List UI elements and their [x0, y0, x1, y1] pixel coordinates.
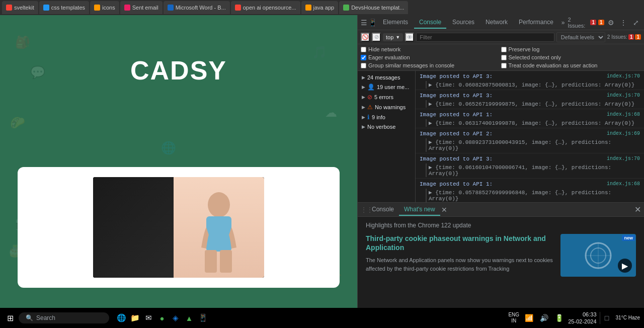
- taskbar-search[interactable]: 🔍 Search: [19, 312, 109, 323]
- console-msg-link-3[interactable]: index.js:69: [607, 130, 640, 138]
- article-text: Third-party cookie phaseout warnings in …: [366, 234, 554, 277]
- drawer-tab-whats-new[interactable]: What's new: [399, 204, 440, 216]
- tab-sent-email[interactable]: Sent email: [120, 1, 163, 14]
- warn-badge[interactable]: 1: [598, 20, 604, 25]
- filter-toggle-btn[interactable]: ⊘: [372, 33, 381, 42]
- sidebar-item-all-messages[interactable]: ▶ 24 messages: [358, 73, 415, 82]
- preserve-log-checkbox[interactable]: [501, 47, 507, 52]
- console-message-group-3: Image posted to API 2: index.js:69 ▶ {ti…: [416, 128, 644, 153]
- more-options-btn[interactable]: ⋮: [618, 17, 628, 28]
- tab-network[interactable]: Network: [480, 17, 513, 29]
- selected-context-checkbox[interactable]: [501, 55, 507, 60]
- drawer-tab-console[interactable]: Console: [367, 204, 399, 216]
- console-message-header-3: Image posted to API 2: index.js:69: [420, 129, 640, 138]
- hide-network-checkbox[interactable]: [361, 47, 366, 52]
- console-msg-detail-2[interactable]: ▶ {time: 0.063174001999878, image: {…}, …: [426, 119, 640, 127]
- taskbar-vscode-icon[interactable]: ◈: [170, 312, 182, 324]
- tab-icons[interactable]: icons: [90, 1, 119, 14]
- console-msg-detail-1[interactable]: ▶ {time: 0.065267199999875, image: {…}, …: [426, 100, 640, 108]
- start-button[interactable]: ⊞: [4, 313, 17, 323]
- tab-performance[interactable]: Performance: [514, 17, 558, 29]
- treat-code-checkbox[interactable]: [501, 63, 507, 68]
- main-area: 🎒 💬 🌮 👁 📷 🎵 ☁ 🎭 🎂 🏠 🌐 CADSY: [0, 15, 644, 308]
- device-toolbar-btn[interactable]: 📱: [368, 17, 377, 28]
- sidebar-item-warnings[interactable]: ▶ ⚠ No warnings: [358, 102, 415, 112]
- tab-icon-openai: [235, 5, 241, 11]
- console-messages-panel[interactable]: Image posted to API 3: index.js:70 ▶ {ti…: [416, 71, 644, 202]
- log-level-select[interactable]: Default levels: [556, 32, 605, 42]
- tab-word[interactable]: Microsoft Word - B...: [164, 1, 230, 14]
- sidebar-item-verbose[interactable]: ▶ No verbose: [358, 122, 415, 131]
- console-msg-link-1[interactable]: index.js:70: [607, 92, 640, 100]
- settings-btn[interactable]: ⚙: [606, 17, 616, 28]
- sidebar-item-errors[interactable]: ▶ ⊘ 5 errors: [358, 92, 415, 102]
- tab-elements[interactable]: Elements: [378, 17, 413, 29]
- taskbar-android-icon[interactable]: ▲: [183, 312, 195, 324]
- eye-icon-btn[interactable]: 👁: [405, 33, 414, 42]
- taskbar-whatsapp-icon[interactable]: 📱: [197, 312, 209, 324]
- play-button-icon[interactable]: ▶: [618, 259, 632, 273]
- error-badge[interactable]: 1: [590, 20, 596, 25]
- show-desktop-btn[interactable]: □: [600, 312, 612, 324]
- console-msg-detail-3[interactable]: ▶ {time: 0.088923731000043915, image: {……: [426, 138, 640, 152]
- eager-evaluation-checkbox[interactable]: [361, 55, 366, 60]
- console-filter-input[interactable]: [416, 33, 554, 42]
- speaker-icon[interactable]: 🔊: [538, 312, 550, 324]
- taskbar-mail-icon[interactable]: ✉: [142, 312, 154, 324]
- sidebar-item-info[interactable]: ▶ ℹ 9 info: [358, 112, 415, 122]
- taskbar-edge-icon[interactable]: 🌐: [115, 312, 127, 324]
- context-selector[interactable]: top ▼: [383, 33, 403, 41]
- tab-sources[interactable]: Sources: [447, 17, 479, 29]
- arrow-icon-verbose: ▶: [362, 124, 365, 129]
- tab-java[interactable]: java app: [301, 1, 339, 14]
- console-message-group-5: Image posted to API 1: index.js:68 ▶ {ti…: [416, 179, 644, 202]
- taskbar-chrome-icon[interactable]: ●: [156, 312, 168, 324]
- user-msg-icon: 👤: [367, 84, 375, 91]
- svg-rect-1: [206, 216, 231, 252]
- group-similar-checkbox[interactable]: [361, 63, 366, 68]
- drawer-drag-handle[interactable]: ⋮⋮: [361, 205, 365, 215]
- tab-label-devhouse: DevsHouse templat...: [351, 5, 404, 11]
- issues-count-badge: 2 Issues: 1 1: [607, 34, 641, 40]
- weather-temp: 31°C Haze: [616, 314, 640, 321]
- tab-sveltekit[interactable]: sveltekit: [2, 1, 38, 14]
- sidebar-item-user-messages[interactable]: ▶ 👤 19 user me...: [358, 82, 415, 92]
- close-drawer-btn[interactable]: ✕: [634, 205, 641, 214]
- tab-devhouse[interactable]: DevsHouse templat...: [339, 1, 408, 14]
- errors-count: 5 errors: [374, 94, 393, 100]
- console-message-group-0: Image posted to API 3: index.js:70 ▶ {ti…: [416, 71, 644, 90]
- undock-btn[interactable]: ⤢: [631, 17, 641, 28]
- svg-rect-3: [220, 250, 232, 273]
- taskbar-explorer-icon[interactable]: 📁: [129, 312, 141, 324]
- tab-icon-email: [124, 5, 130, 11]
- clock-time: 06:33: [568, 311, 596, 318]
- drawer-tabs-bar: ⋮⋮ Console What's new ✕ ✕: [358, 203, 644, 217]
- issues-text: 2 Issues:: [607, 34, 627, 40]
- article-thumbnail[interactable]: ▶ new: [560, 234, 636, 277]
- issues-label: 2 Issues:: [568, 17, 589, 29]
- close-whats-new-btn[interactable]: ✕: [441, 206, 447, 214]
- more-tabs-btn[interactable]: »: [559, 19, 567, 26]
- tab-icon-icons: [94, 5, 100, 11]
- console-msg-text-4: Image posted to API 3:: [420, 155, 605, 163]
- console-msg-detail-0[interactable]: ▶ {time: 0.060829875000813, image: {…}, …: [426, 81, 640, 89]
- console-msg-link-2[interactable]: index.js:68: [607, 111, 640, 119]
- tab-console[interactable]: Console: [414, 17, 446, 29]
- tab-css-templates[interactable]: css templates: [39, 1, 89, 14]
- console-msg-link-0[interactable]: index.js:70: [607, 72, 640, 80]
- tab-icon-devhouse: [343, 5, 349, 11]
- console-msg-detail-5[interactable]: ▶ {time: 0.057885276999996848, image: {……: [426, 189, 640, 202]
- battery-icon[interactable]: 🔋: [553, 312, 565, 324]
- inspect-element-btn[interactable]: ☰: [361, 17, 367, 28]
- tab-openai[interactable]: open ai opensource...: [231, 1, 300, 14]
- clear-console-btn[interactable]: 🚫: [361, 33, 370, 42]
- setting-group-similar: Group similar messages in console: [361, 61, 501, 69]
- console-msg-detail-4[interactable]: ▶ {time: 0.061601047000006741, image: {……: [426, 163, 640, 177]
- thumb-svg: [578, 240, 618, 271]
- wifi-icon[interactable]: 📶: [523, 312, 535, 324]
- console-msg-link-5[interactable]: index.js:68: [607, 180, 640, 188]
- svg-point-0: [208, 192, 230, 217]
- console-msg-link-4[interactable]: index.js:70: [607, 155, 640, 163]
- weather-info: 31°C Haze: [616, 314, 640, 321]
- whats-new-panel: Highlights from the Chrome 122 update Th…: [358, 217, 644, 308]
